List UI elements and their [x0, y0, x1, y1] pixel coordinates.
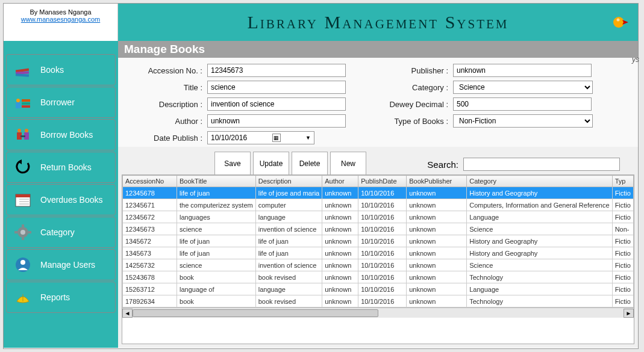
cell: the computerizez system [177, 199, 256, 211]
table-row[interactable]: 12345672languageslanguageunknown10/10/20… [123, 211, 634, 223]
scroll-left-icon[interactable]: ◄ [122, 309, 133, 318]
section-title: Manage Books [118, 41, 638, 58]
description-input[interactable] [207, 97, 346, 111]
app-title: Library Management System [247, 12, 508, 32]
type-select[interactable]: Non-Fiction [453, 114, 593, 128]
dewey-input[interactable] [453, 97, 592, 111]
cell: Fictio [612, 259, 633, 271]
calendar-picker-icon[interactable]: ▦ [272, 134, 281, 142]
svg-point-9 [16, 99, 20, 102]
cell: unknown [407, 235, 467, 247]
cell: 12345671 [123, 199, 177, 211]
cell: unknown [407, 283, 467, 295]
table-row[interactable]: 12345678life of juanlife of jose and mar… [123, 187, 634, 199]
col-header[interactable]: Description [255, 176, 322, 187]
cell: unknown [322, 211, 358, 223]
cell: 15263712 [123, 283, 177, 295]
svg-rect-7 [22, 102, 30, 105]
cell: unknown [407, 211, 467, 223]
accession-input[interactable] [207, 64, 346, 77]
sidebar-item-reports[interactable]: Reports [6, 282, 116, 313]
label-publisher: Publisher : [370, 66, 448, 75]
cell: unknown [322, 247, 358, 259]
sidebar-item-category[interactable]: Category [6, 217, 116, 248]
title-input[interactable] [207, 81, 346, 94]
publisher-input[interactable] [453, 64, 592, 77]
table-row[interactable]: 17892634bookbook revisedunknown10/10/201… [123, 295, 634, 307]
cell: language [255, 283, 322, 295]
cell: life of juan [177, 247, 256, 259]
cell: Non- [612, 223, 633, 235]
col-header[interactable]: AccessionNo [123, 176, 177, 187]
date-publish-input[interactable]: 10/10/2016 ▦ ▼ [207, 131, 314, 144]
cell: book [177, 271, 256, 283]
cell: Fictio [612, 235, 633, 247]
svg-rect-24 [22, 237, 24, 240]
table-row[interactable]: 15263712language oflanguageunknown10/10/… [123, 283, 634, 295]
chevron-down-icon[interactable]: ▼ [305, 135, 311, 141]
table-row[interactable]: 12345671the computerizez systemcomputeru… [123, 199, 634, 211]
cell: unknown [322, 235, 358, 247]
col-header[interactable]: BookTitle [177, 176, 256, 187]
cell: unknown [407, 199, 467, 211]
col-header[interactable]: Author [322, 176, 358, 187]
scroll-thumb[interactable] [133, 309, 378, 317]
cell: unknown [407, 223, 467, 235]
search-input[interactable] [463, 158, 620, 171]
table-row[interactable]: 1345672life of juanlife of juanunknown10… [123, 235, 634, 247]
cell: life of juan [177, 235, 256, 247]
cell: 12345678 [123, 187, 177, 199]
sidebar-item-return-books[interactable]: Return Books [6, 152, 116, 183]
label-dewey: Dewey Decimal : [370, 100, 448, 109]
col-header[interactable]: BookPublisher [407, 176, 467, 187]
table-row[interactable]: 1345673life of juanlife of juanunknown10… [123, 247, 634, 259]
svg-rect-6 [22, 99, 30, 102]
cell: unknown [322, 271, 358, 283]
cell: science [177, 223, 256, 235]
cell: unknown [407, 247, 467, 259]
svg-point-0 [613, 17, 624, 28]
sidebar-item-borrow-books[interactable]: Borrow Books [6, 119, 116, 150]
cell: 14256732 [123, 259, 177, 271]
cell: life of juan [177, 187, 256, 199]
category-select[interactable]: Science [453, 81, 593, 94]
sidebar-item-books[interactable]: Books [6, 54, 116, 85]
title-bar: Library Management System [118, 4, 638, 41]
credit-link[interactable]: www.manasesnganga.com [21, 16, 100, 23]
cell: History and Geography [467, 235, 612, 247]
sidebar-item-borrower[interactable]: Borrower [6, 87, 116, 118]
cell: History and Geography [467, 247, 612, 259]
cell: language of [177, 283, 256, 295]
cell: languages [177, 211, 256, 223]
cell: unknown [322, 295, 358, 307]
cell: Language [467, 211, 612, 223]
sidebar-item-manage-users[interactable]: Manage Users [6, 249, 116, 280]
col-header[interactable]: Category [467, 176, 612, 187]
cell: unknown [322, 199, 358, 211]
cell: 12345672 [123, 211, 177, 223]
cell: book revised [255, 295, 322, 307]
logout-icon[interactable] [611, 13, 630, 34]
cell: invention of science [255, 259, 322, 271]
svg-rect-26 [28, 231, 31, 233]
author-input[interactable] [207, 114, 346, 128]
table-row[interactable]: 12345673scienceinvention of scienceunkno… [123, 223, 634, 235]
sidebar-item-label: Borrower [40, 97, 75, 107]
svg-rect-17 [16, 194, 30, 197]
data-grid[interactable]: AccessionNoBookTitleDescriptionAuthorPub… [122, 174, 634, 344]
table-row[interactable]: 15243678bookbook revisedunknown10/10/201… [123, 271, 634, 283]
gear-icon [13, 221, 34, 243]
col-header[interactable]: Typ [612, 176, 633, 187]
cell: life of jose and maria [255, 187, 322, 199]
col-header[interactable]: PublishDate [358, 176, 407, 187]
svg-rect-25 [14, 231, 17, 233]
cell: 1345672 [123, 235, 177, 247]
sidebar-item-overdues[interactable]: Overdues Books [6, 184, 116, 215]
table-row[interactable]: 14256732scienceinvention of scienceunkno… [123, 259, 634, 271]
svg-rect-10 [16, 102, 20, 108]
cell: Fictio [612, 295, 633, 307]
cell: unknown [322, 259, 358, 271]
cell: life of juan [255, 235, 322, 247]
scroll-right-icon[interactable]: ► [624, 309, 634, 318]
horizontal-scrollbar[interactable]: ◄ ► [122, 307, 634, 318]
